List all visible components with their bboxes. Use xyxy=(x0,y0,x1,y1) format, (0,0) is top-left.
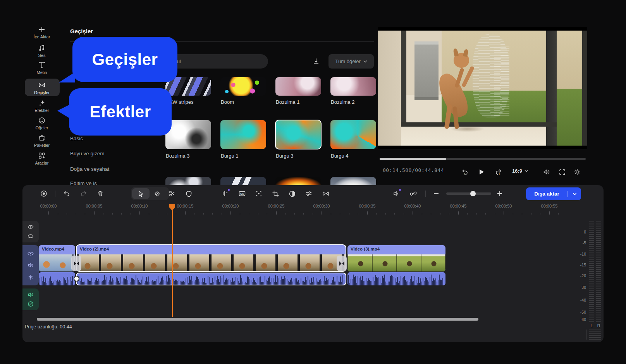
transition-thumb-bozulma1[interactable] xyxy=(275,77,321,96)
eye-off-icon[interactable] xyxy=(27,300,34,307)
speaker-icon[interactable] xyxy=(27,262,34,269)
fullscreen-icon[interactable] xyxy=(557,167,568,177)
sidebar-item-audio[interactable]: Ses xyxy=(23,44,60,58)
toolbar-divider xyxy=(55,191,55,197)
sidebar-item-elements[interactable]: Öğeler xyxy=(23,117,60,130)
preview-progress-fill xyxy=(380,158,446,160)
export-button[interactable]: Dışa aktar xyxy=(526,187,581,200)
tracking-button[interactable] xyxy=(254,189,264,199)
delete-button[interactable] xyxy=(95,189,105,199)
prev-frame-button[interactable]: 1 xyxy=(459,167,470,177)
text-icon xyxy=(23,61,60,69)
svg-text:CC: CC xyxy=(240,192,244,195)
sidebar-item-transitions[interactable]: Geçişler xyxy=(23,81,60,95)
transition-tool-button[interactable] xyxy=(321,189,331,199)
sidebar-item-tools[interactable]: Araçlar xyxy=(23,152,60,165)
clip-video2-audio[interactable] xyxy=(76,273,346,285)
settings-gear-icon[interactable] xyxy=(572,167,583,177)
clip-video2-selected[interactable]: Video (2).mp4 xyxy=(76,244,346,272)
clip-video3-audio[interactable] xyxy=(347,272,445,285)
filter-dropdown[interactable]: Tüm öğeler xyxy=(328,54,374,69)
timeline-scrollbar[interactable] xyxy=(37,318,478,321)
ruler-label: 00:00:05 xyxy=(79,204,110,208)
track-header-overlay xyxy=(22,221,39,242)
meter-label: -50 xyxy=(571,310,586,314)
clip-video1[interactable]: Video.mp4 xyxy=(39,245,75,271)
transition-thumb-burgu4[interactable] xyxy=(330,120,376,149)
ruler-label: 00:00:55 xyxy=(534,204,565,208)
sparkle-icon xyxy=(23,99,60,107)
transition-bowtie-icon xyxy=(23,81,60,89)
transition-thumb-boom[interactable] xyxy=(220,77,266,96)
search-input-wrap[interactable] xyxy=(167,54,268,69)
ruler-label: 00:00:30 xyxy=(306,204,337,208)
volume-icon[interactable] xyxy=(541,167,552,177)
eye-icon[interactable] xyxy=(27,223,34,230)
cut-scissors-button[interactable] xyxy=(167,189,177,199)
captions-button[interactable]: CC xyxy=(237,189,247,199)
sidebar-item-import[interactable]: İçe Aktar xyxy=(23,26,60,39)
audio-toggle-button[interactable] xyxy=(391,189,401,199)
svg-text:1: 1 xyxy=(499,173,500,175)
app-window: İçe Aktar Ses Metin Geçişler Efektler Öğ… xyxy=(0,0,626,364)
link-button[interactable] xyxy=(408,189,418,199)
chevron-down-icon xyxy=(363,60,367,63)
eye-icon[interactable] xyxy=(27,250,34,257)
download-icon[interactable] xyxy=(312,57,320,65)
redo-button[interactable] xyxy=(79,189,89,199)
select-tool-button[interactable] xyxy=(136,189,146,199)
crop-button[interactable] xyxy=(270,189,280,199)
meter-label: -15 xyxy=(571,263,586,267)
preview-video xyxy=(378,27,587,149)
category-nature[interactable]: Doğa ve seyahat xyxy=(70,166,109,172)
transition-label: Boom xyxy=(221,99,267,105)
play-button[interactable] xyxy=(476,167,487,177)
category-basic[interactable]: Basic xyxy=(70,136,83,141)
playhead-handle[interactable] xyxy=(169,204,175,211)
tag-tool-button[interactable] xyxy=(152,189,162,199)
category-magic[interactable]: Büyü ve gizem xyxy=(70,151,105,156)
speaker-icon[interactable] xyxy=(27,291,34,298)
clip-video3[interactable]: Video (3).mp4 xyxy=(347,245,445,271)
search-input[interactable] xyxy=(173,58,262,65)
undo-button[interactable] xyxy=(62,189,72,199)
timeline-panel: CC Dışa aktar xyxy=(22,185,604,342)
preview-progress-bar[interactable] xyxy=(380,158,586,160)
aspect-ratio-button[interactable]: 16:9 xyxy=(512,168,528,174)
effects-snow-icon[interactable] xyxy=(27,274,34,281)
transition-label: B&W stripes xyxy=(166,99,212,105)
export-chevron-icon[interactable] xyxy=(568,192,581,196)
transition-thumb-burgu3-selected[interactable] xyxy=(275,120,321,149)
meter-label: -5 xyxy=(571,240,586,245)
contrast-button[interactable] xyxy=(287,189,297,199)
clip-filmstrip xyxy=(77,254,346,271)
zoom-slider[interactable] xyxy=(446,192,491,195)
transition-thumb-bozulma2[interactable] xyxy=(330,77,376,96)
callout-transitions: Geçişler xyxy=(72,37,177,82)
sidebar-item-packages[interactable]: Paketler xyxy=(23,134,60,148)
next-frame-button[interactable]: 1 xyxy=(493,167,504,177)
audio-split-button[interactable] xyxy=(220,189,230,199)
transition-thumb-burgu1[interactable] xyxy=(220,120,266,149)
notification-dot xyxy=(399,189,401,191)
mask-shield-button[interactable] xyxy=(184,189,194,199)
link-icon[interactable] xyxy=(27,233,34,240)
meter-divider xyxy=(586,330,587,340)
zoom-in-button[interactable] xyxy=(495,189,505,199)
panel-title: Geçişler xyxy=(70,28,93,34)
transition-thumb-bozulma3[interactable] xyxy=(165,120,211,149)
zoom-slider-thumb[interactable] xyxy=(470,191,476,196)
adjust-sliders-button[interactable] xyxy=(304,189,314,199)
ruler-label: 00:00:10 xyxy=(124,204,155,208)
transition-chip-1[interactable] xyxy=(71,256,81,271)
audio-fade-handle[interactable] xyxy=(74,276,79,282)
zoom-out-button[interactable] xyxy=(431,189,441,199)
record-button[interactable] xyxy=(39,189,49,199)
plus-icon xyxy=(23,26,60,33)
sidebar-item-text[interactable]: Metin xyxy=(23,61,60,75)
transition-chip-2[interactable] xyxy=(337,256,347,271)
svg-text:1: 1 xyxy=(464,173,465,175)
ruler-label: 00:00:50 xyxy=(488,204,519,208)
clip-video1-audio[interactable] xyxy=(39,272,75,285)
sidebar-item-effects[interactable]: Efektler xyxy=(23,99,60,113)
